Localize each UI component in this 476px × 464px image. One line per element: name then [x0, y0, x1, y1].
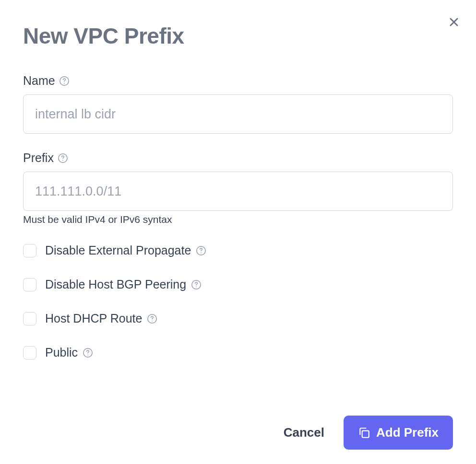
close-button[interactable]	[445, 13, 463, 31]
disable-external-propagate-checkbox[interactable]	[23, 244, 36, 257]
question-circle-icon	[196, 245, 206, 256]
prefix-help-icon[interactable]	[58, 153, 68, 163]
host-dhcp-route-checkbox[interactable]	[23, 312, 36, 325]
name-help-icon[interactable]	[59, 76, 70, 86]
prefix-field-group: Prefix Must be valid IPv4 or IPv6 syntax	[23, 151, 453, 225]
name-label-row: Name	[23, 74, 453, 88]
name-input[interactable]	[23, 94, 453, 134]
dialog-title: New VPC Prefix	[23, 23, 453, 49]
copy-plus-icon	[358, 427, 370, 439]
public-help-icon[interactable]	[83, 348, 93, 358]
prefix-input[interactable]	[23, 172, 453, 211]
close-icon	[447, 15, 461, 29]
disable-host-bgp-peering-checkbox[interactable]	[23, 278, 36, 291]
host-dhcp-route-label: Host DHCP Route	[45, 312, 157, 325]
disable-host-bgp-peering-text: Disable Host BGP Peering	[45, 278, 186, 291]
dialog-footer: Cancel Add Prefix	[282, 416, 453, 450]
name-label: Name	[23, 74, 55, 88]
question-circle-icon	[191, 279, 202, 290]
question-circle-icon	[59, 76, 70, 86]
svg-point-5	[62, 160, 63, 161]
public-checkbox[interactable]	[23, 346, 36, 360]
disable-external-propagate-text: Disable External Propagate	[45, 244, 191, 257]
public-row: Public	[23, 346, 453, 360]
question-circle-icon	[58, 153, 68, 163]
host-dhcp-route-row: Host DHCP Route	[23, 312, 453, 325]
svg-point-13	[87, 354, 88, 355]
disable-external-propagate-label: Disable External Propagate	[45, 244, 206, 257]
disable-host-bgp-peering-row: Disable Host BGP Peering	[23, 278, 453, 291]
checkbox-group: Disable External Propagate Disable Host …	[23, 244, 453, 360]
public-text: Public	[45, 346, 78, 360]
add-prefix-button[interactable]: Add Prefix	[344, 416, 453, 450]
svg-rect-14	[362, 430, 369, 437]
disable-external-propagate-row: Disable External Propagate	[23, 244, 453, 257]
svg-point-9	[196, 286, 197, 287]
disable-host-bgp-peering-help-icon[interactable]	[191, 279, 202, 290]
host-dhcp-route-help-icon[interactable]	[147, 313, 157, 324]
cancel-button[interactable]: Cancel	[282, 421, 326, 444]
public-label: Public	[45, 346, 93, 360]
prefix-label: Prefix	[23, 151, 54, 165]
disable-host-bgp-peering-label: Disable Host BGP Peering	[45, 278, 202, 291]
question-circle-icon	[147, 313, 157, 324]
svg-point-7	[201, 252, 202, 253]
add-prefix-label: Add Prefix	[376, 425, 439, 440]
prefix-label-row: Prefix	[23, 151, 453, 165]
disable-external-propagate-help-icon[interactable]	[196, 245, 206, 256]
host-dhcp-route-text: Host DHCP Route	[45, 312, 142, 325]
svg-point-11	[152, 320, 153, 321]
question-circle-icon	[83, 348, 93, 358]
svg-point-3	[64, 82, 65, 83]
prefix-help-text: Must be valid IPv4 or IPv6 syntax	[23, 214, 453, 225]
name-field-group: Name	[23, 74, 453, 134]
